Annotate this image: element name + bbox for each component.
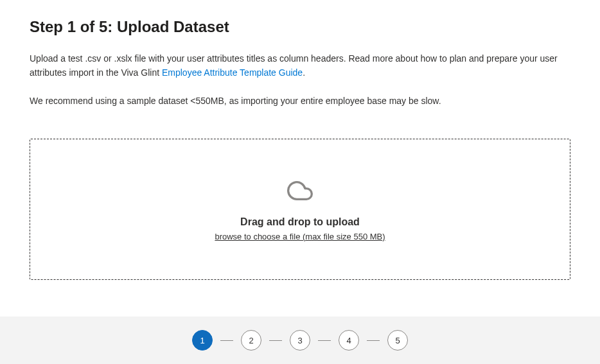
step-connector — [220, 340, 233, 341]
step-connector — [318, 340, 331, 341]
step-4[interactable]: 4 — [339, 330, 359, 351]
file-dropzone[interactable]: Drag and drop to upload browse to choose… — [30, 139, 570, 280]
cloud-upload-icon — [287, 178, 313, 206]
dropzone-title: Drag and drop to upload — [240, 216, 360, 228]
step-1[interactable]: 1 — [192, 330, 213, 351]
stepper-bar: 1 2 3 4 5 — [0, 316, 600, 364]
upload-description: Upload a test .csv or .xslx file with yo… — [30, 51, 570, 80]
recommendation-text: We recommend using a sample dataset <550… — [30, 94, 570, 108]
step-connector — [367, 340, 380, 341]
step-2[interactable]: 2 — [241, 330, 261, 351]
step-connector — [269, 340, 282, 341]
step-5[interactable]: 5 — [387, 330, 408, 351]
page-title: Step 1 of 5: Upload Dataset — [30, 18, 570, 36]
template-guide-link[interactable]: Employee Attribute Template Guide — [162, 67, 303, 78]
stepper: 1 2 3 4 5 — [192, 330, 408, 351]
step-3[interactable]: 3 — [290, 330, 310, 351]
description-suffix: . — [303, 67, 305, 78]
browse-file-link[interactable]: browse to choose a file (max file size 5… — [215, 232, 385, 241]
